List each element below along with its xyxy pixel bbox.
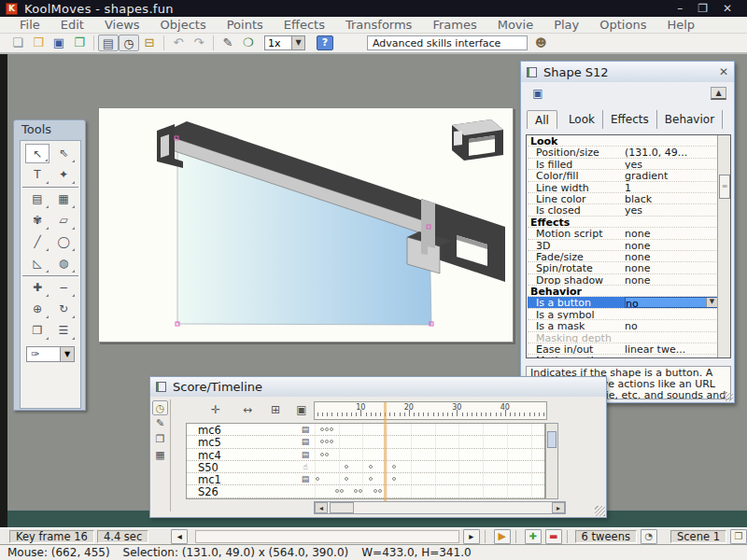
play-button[interactable]: ▶ [494, 529, 511, 544]
property-row[interactable]: Color/fillgradient [528, 170, 718, 181]
menu-help[interactable]: Help [656, 18, 705, 32]
button-tool[interactable]: ▦ [51, 189, 76, 209]
redo-icon[interactable]: ↷ [189, 35, 209, 51]
property-value[interactable]: no▼ [625, 297, 718, 307]
property-row[interactable]: Is a symbol [528, 309, 718, 320]
row-name[interactable]: mc5 [187, 436, 296, 447]
property-row[interactable]: Motion pathnone [528, 355, 718, 358]
menu-views[interactable]: Views [94, 18, 150, 32]
close-icon[interactable]: ✕ [719, 65, 728, 78]
tab-look[interactable]: Look [561, 110, 603, 129]
clock-icon[interactable]: ◷ [152, 400, 168, 415]
property-value[interactable]: linear twe... [625, 343, 718, 354]
row-name[interactable]: mc1 [187, 473, 296, 484]
property-row[interactable]: Masking depth [528, 332, 718, 343]
scroll-right-button[interactable]: ▸ [552, 502, 565, 513]
property-value[interactable]: no [625, 320, 718, 330]
chevron-down-icon[interactable]: ▼ [292, 35, 305, 50]
property-value[interactable]: black [625, 193, 718, 203]
notes-icon[interactable]: ▤ [98, 35, 119, 51]
add-point-tool[interactable]: ✚ [25, 278, 49, 298]
group-tool[interactable]: ❐ [25, 321, 49, 341]
restore-button[interactable]: ❐ [698, 2, 708, 15]
row-name[interactable]: mc4 [187, 449, 296, 460]
ellipse-tool[interactable]: ◯ [51, 232, 76, 252]
row-name[interactable]: S50 [187, 461, 296, 472]
property-value[interactable]: none [625, 262, 718, 273]
tab-behavior[interactable]: Behavior [657, 110, 723, 129]
keyframe-dot[interactable] [320, 440, 324, 443]
insert-frame-icon[interactable]: ⊞ [266, 403, 285, 418]
tab-all[interactable]: All [527, 110, 557, 129]
save-icon[interactable]: ▣ [49, 35, 69, 51]
property-row[interactable]: 3Dnone [528, 240, 718, 251]
property-row[interactable]: Fade/sizenone [528, 251, 718, 262]
timeline-row-mc6[interactable]: mc6▤ [187, 424, 544, 436]
menu-objects[interactable]: Objects [150, 18, 217, 32]
property-value[interactable]: 1 [625, 182, 718, 192]
property-value[interactable]: none [625, 240, 718, 250]
menu-points[interactable]: Points [217, 18, 274, 32]
row-name[interactable]: mc6 [187, 424, 296, 435]
scrollbar-thumb[interactable] [547, 431, 557, 448]
rotate-tool[interactable]: ↻ [51, 300, 76, 319]
property-row[interactable]: Line colorblack [528, 193, 718, 204]
panel-save-icon[interactable]: ▣ [530, 87, 545, 101]
resize-grip[interactable] [595, 506, 605, 516]
resize-grip[interactable] [724, 392, 733, 401]
menu-effects[interactable]: Effects [274, 18, 335, 32]
undo-icon[interactable]: ↶ [168, 35, 189, 51]
tween-clock-button[interactable]: ◔ [641, 529, 657, 544]
copy-icon[interactable]: ❐ [152, 432, 168, 447]
save-timeline-icon[interactable]: ▣ [292, 403, 311, 418]
shape-tool[interactable]: ▱ [51, 211, 76, 231]
property-value[interactable] [625, 332, 718, 343]
menu-transforms[interactable]: Transforms [335, 18, 422, 32]
frame-ruler[interactable]: 10203040 [314, 401, 547, 420]
add-frame-button[interactable]: ✚ [525, 529, 542, 544]
curve-tool[interactable]: ◺ [25, 254, 49, 273]
keyframe-dot[interactable] [354, 489, 358, 493]
open-folder-icon[interactable]: ❒ [28, 35, 49, 51]
property-value[interactable]: none [625, 251, 718, 261]
frames-track[interactable] [315, 436, 544, 447]
property-row[interactable]: Is a maskno [528, 320, 718, 331]
frames-track[interactable] [315, 449, 544, 460]
keyframe-dot[interactable] [316, 477, 319, 481]
keyframe-dot[interactable] [345, 477, 348, 481]
arrow-tool[interactable]: ↖ [25, 144, 49, 163]
frames-track[interactable] [315, 473, 544, 484]
property-grid-scrollbar[interactable] [717, 135, 730, 357]
frame-scroll-left-button[interactable]: ◂ [171, 529, 188, 544]
keyframe-dot[interactable] [335, 489, 339, 493]
tool-mode-combo[interactable]: ✑▼ [26, 346, 75, 362]
keyframe-dot[interactable] [340, 489, 344, 493]
sphere-tool[interactable]: ◍ [51, 254, 76, 273]
property-row[interactable]: Ease in/outlinear twe... [528, 343, 718, 355]
timeline-clock-icon[interactable]: ◷ [119, 35, 139, 51]
keyframe-dot[interactable] [392, 477, 396, 481]
property-value[interactable]: none [625, 355, 718, 358]
skill-level-combo[interactable]: Advanced skills interface [367, 35, 528, 50]
keyframe-dot[interactable] [325, 427, 329, 431]
keyframe-dot[interactable] [330, 440, 333, 443]
property-row[interactable]: Position/size(131.0, 49... [528, 147, 718, 158]
zoom-level-combo[interactable]: 1x ▼ [264, 35, 305, 50]
property-row[interactable]: Drop shadownone [528, 274, 718, 286]
keyframe-dot[interactable] [359, 489, 362, 493]
playhead-marker[interactable] [384, 402, 387, 501]
movieclip-tool[interactable]: ▤ [25, 189, 49, 209]
property-value[interactable]: (131.0, 49... [625, 147, 718, 157]
timeline-row-S26[interactable]: S26 [187, 485, 544, 497]
chevron-down-icon[interactable]: ▼ [61, 346, 75, 362]
frames-track[interactable] [315, 461, 544, 472]
property-value[interactable]: none [625, 274, 718, 285]
help-button[interactable]: ? [317, 35, 333, 50]
property-value[interactable]: gradient [625, 170, 718, 180]
property-value[interactable]: yes [625, 204, 718, 215]
keyframe-dot[interactable] [325, 453, 329, 456]
keyframe-dot[interactable] [320, 453, 324, 456]
add-key-icon[interactable]: ✛ [206, 403, 225, 418]
zoom-tool-icon[interactable]: ❍ [238, 35, 259, 51]
delete-point-tool[interactable]: − [51, 278, 76, 298]
